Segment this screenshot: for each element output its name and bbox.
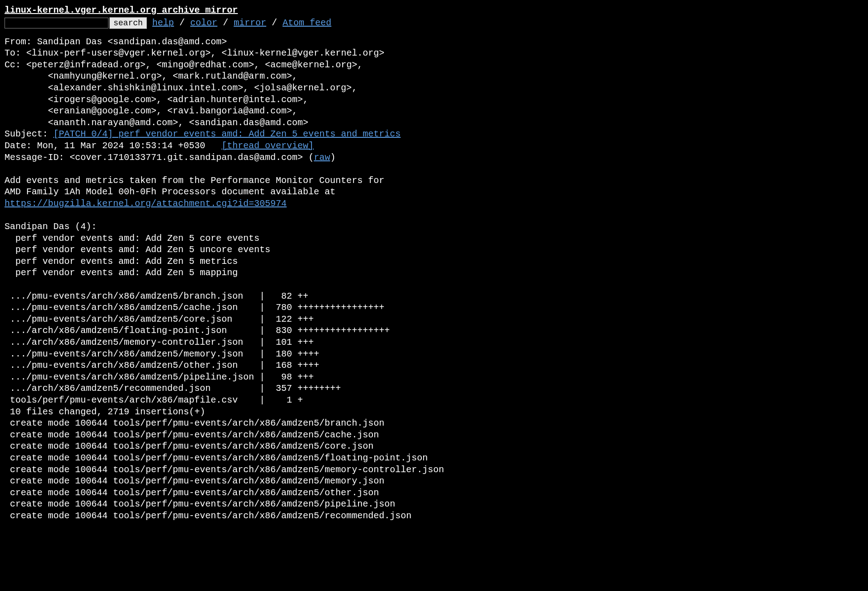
raw-open: ( — [303, 152, 314, 163]
create-mode-line: create mode 100644 tools/perf/pmu-events… — [5, 430, 379, 440]
search-input[interactable] — [5, 18, 108, 28]
from-value: Sandipan Das <sandipan.das@amd.com> — [37, 37, 227, 47]
cc-line: <eranian@google.com>, <ravi.bangoria@amd… — [5, 106, 297, 116]
archive-title: linux-kernel.vger.kernel.org archive mir… — [5, 5, 863, 16]
create-mode-line: create mode 100644 tools/perf/pmu-events… — [5, 453, 428, 463]
body-line: Add events and metrics taken from the Pe… — [5, 175, 384, 186]
help-link[interactable]: help — [152, 18, 174, 28]
cc-line: <namhyung@kernel.org>, <mark.rutland@arm… — [5, 71, 297, 81]
mirror-link[interactable]: mirror — [234, 18, 266, 28]
diffstat-line: .../pmu-events/arch/x86/amdzen5/pipeline… — [5, 372, 314, 382]
diffstat-line: .../arch/x86/amdzen5/recommended.json | … — [5, 383, 341, 394]
raw-close: ) — [330, 152, 335, 163]
create-mode-line: create mode 100644 tools/perf/pmu-events… — [5, 499, 395, 509]
color-link[interactable]: color — [190, 18, 217, 28]
diffstat-line: .../pmu-events/arch/x86/amdzen5/other.js… — [5, 360, 319, 371]
diffstat-line: .../arch/x86/amdzen5/floating-point.json… — [5, 325, 390, 336]
message-content: From: Sandipan Das <sandipan.das@amd.com… — [5, 36, 863, 522]
to-value: <linux-perf-users@vger.kernel.org>, <lin… — [26, 48, 384, 58]
cc-line: <alexander.shishkin@linux.intel.com>, <j… — [5, 83, 357, 93]
to-label: To: — [5, 48, 26, 58]
create-mode-line: create mode 100644 tools/perf/pmu-events… — [5, 441, 373, 451]
create-mode-line: create mode 100644 tools/perf/pmu-events… — [5, 418, 384, 428]
cc-line: <irogers@google.com>, <adrian.hunter@int… — [5, 94, 308, 105]
diffstat-line: .../pmu-events/arch/x86/amdzen5/branch.j… — [5, 291, 308, 301]
patch-entry: perf vendor events amd: Add Zen 5 metric… — [5, 256, 238, 267]
create-mode-line: create mode 100644 tools/perf/pmu-events… — [5, 464, 444, 475]
msgid-label: Message-ID: — [5, 152, 70, 163]
archive-title-text: linux-kernel.vger.kernel.org archive mir… — [5, 5, 238, 15]
diffstat-line: .../pmu-events/arch/x86/amdzen5/core.jso… — [5, 314, 314, 324]
create-mode-line: create mode 100644 tools/perf/pmu-events… — [5, 511, 411, 521]
diffstat-line: .../pmu-events/arch/x86/amdzen5/cache.js… — [5, 302, 384, 313]
diffstat-line: .../pmu-events/arch/x86/amdzen5/memory.j… — [5, 349, 319, 359]
cc-label: Cc: — [5, 60, 26, 70]
create-mode-line: create mode 100644 tools/perf/pmu-events… — [5, 476, 384, 486]
msgid-value: <cover.1710133771.git.sandipan.das@amd.c… — [70, 152, 303, 163]
patch-entry: perf vendor events amd: Add Zen 5 mappin… — [5, 267, 238, 278]
nav-links: help / color / mirror / Atom feed — [152, 17, 331, 29]
thread-overview-link[interactable]: [thread overview] — [222, 141, 314, 151]
diffstat-summary: 10 files changed, 2719 insertions(+) — [5, 407, 205, 417]
diffstat-line: .../arch/x86/amdzen5/memory-controller.j… — [5, 337, 314, 347]
date-label: Date: — [5, 141, 37, 151]
search-button[interactable]: search — [109, 17, 147, 29]
raw-link[interactable]: raw — [314, 152, 330, 163]
patch-entry: perf vendor events amd: Add Zen 5 uncore… — [5, 244, 270, 255]
search-row: search help / color / mirror / Atom feed — [5, 17, 863, 29]
author-count: Sandipan Das (4): — [5, 221, 97, 232]
subject-link[interactable]: [PATCH 0/4] perf vendor events amd: Add … — [53, 129, 401, 139]
patch-entry: perf vendor events amd: Add Zen 5 core e… — [5, 233, 259, 244]
from-label: From: — [5, 37, 37, 47]
attachment-link[interactable]: https://bugzilla.kernel.org/attachment.c… — [5, 198, 287, 209]
nav-sep: / — [223, 18, 234, 28]
atom-feed-link[interactable]: Atom feed — [283, 18, 331, 28]
body-line: AMD Family 1Ah Model 00h-0Fh Processors … — [5, 187, 335, 197]
date-value: Mon, 11 Mar 2024 10:53:14 +0530 — [37, 141, 205, 151]
nav-sep: / — [272, 18, 283, 28]
nav-sep: / — [179, 18, 190, 28]
diffstat-line: tools/perf/pmu-events/arch/x86/mapfile.c… — [5, 395, 303, 405]
subject-label: Subject: — [5, 129, 53, 139]
cc-line: <peterz@infradead.org>, <mingo@redhat.co… — [26, 60, 363, 70]
cc-line: <ananth.narayan@amd.com>, <sandipan.das@… — [5, 117, 308, 128]
create-mode-line: create mode 100644 tools/perf/pmu-events… — [5, 488, 379, 498]
